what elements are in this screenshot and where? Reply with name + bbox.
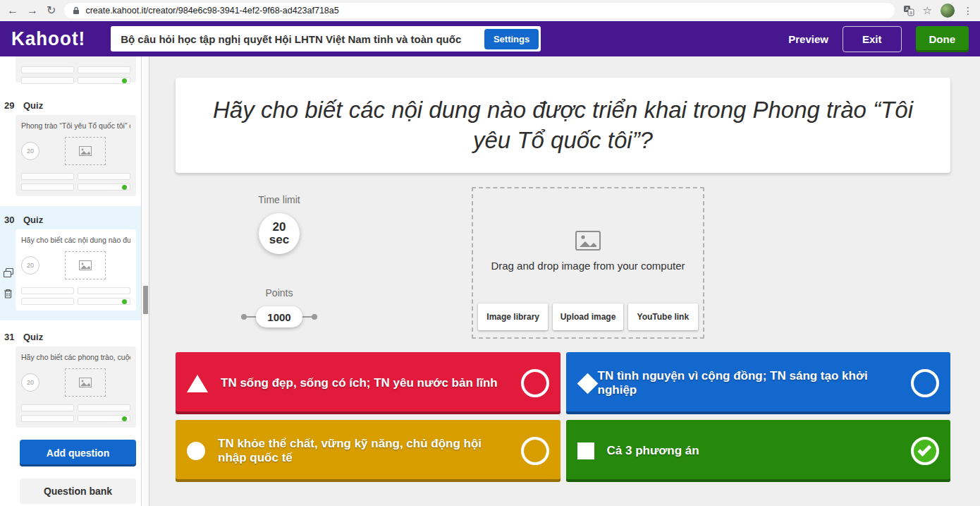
correct-answer-toggle[interactable] [521, 437, 549, 465]
done-button[interactable]: Done [916, 26, 969, 52]
answer-text[interactable]: TN tình nguyện vì cộng đồng; TN sáng tạo… [598, 369, 912, 398]
points-label: Points [230, 287, 329, 299]
question-item-label: 31 Quiz [4, 332, 141, 342]
answer-bar [78, 173, 130, 180]
question-bank-button[interactable]: Question bank [20, 478, 136, 504]
answer-bar [21, 415, 74, 422]
duplicate-icon[interactable] [4, 268, 13, 278]
answer-bar [78, 183, 130, 191]
image-placeholder [65, 137, 106, 165]
correct-dot [122, 299, 127, 304]
image-placeholder [65, 251, 106, 279]
image-placeholder [65, 368, 106, 397]
upload-image-button[interactable]: Upload image [553, 303, 623, 330]
correct-answer-toggle-selected[interactable] [911, 437, 939, 465]
sidebar-scrollbar[interactable] [141, 56, 149, 506]
editor-main: Hãy cho biết các nội dung nào được triển… [149, 56, 980, 506]
answers-grid: TN sống đẹp, sống có ích; TN yêu nước bả… [176, 352, 950, 482]
reload-icon[interactable]: ↻ [47, 5, 56, 16]
correct-dot [122, 185, 127, 190]
question-item-label: 29 Quiz [4, 100, 141, 111]
image-placeholder-icon [473, 231, 703, 251]
square-icon [577, 442, 594, 459]
points-slider[interactable]: 1000 [230, 306, 329, 327]
back-icon[interactable]: ← [7, 5, 18, 16]
question-number: 30 [4, 215, 17, 225]
slider-max-dot[interactable] [312, 314, 317, 320]
question-card-31[interactable]: Hãy cho biết các phong trào, cuộc ... 20 [16, 347, 136, 428]
answer-bar [78, 298, 130, 305]
answer-bar [21, 298, 74, 305]
answer-bar [78, 404, 130, 411]
triangle-icon [187, 375, 208, 392]
answer-bar [21, 173, 74, 180]
forward-icon[interactable]: → [27, 5, 38, 16]
question-card-30[interactable]: Hãy cho biết các nội dung nào đư... 20 [16, 229, 136, 311]
question-list-sidebar: 29 Quiz Phong trào “Tôi yêu Tổ quốc tôi”… [0, 56, 141, 506]
question-item-selected: 30 Quiz Hãy cho biết các nội dung nào đư… [0, 206, 141, 320]
url-bar[interactable]: create.kahoot.it/creator/984e6c98-3941-4… [64, 3, 894, 18]
answer-tile-blue[interactable]: TN tình nguyện vì cộng đồng; TN sáng tạo… [566, 352, 951, 414]
answer-bar [78, 415, 130, 422]
points-value[interactable]: 1000 [256, 306, 302, 327]
preview-button[interactable]: Preview [788, 33, 828, 45]
answer-tile-red[interactable]: TN sống đẹp, sống có ích; TN yêu nước bả… [176, 352, 561, 414]
answer-tile-yellow[interactable]: TN khỏe thể chất, vững kỹ năng, chủ động… [176, 420, 561, 482]
answer-bar [21, 66, 74, 73]
time-chip: 20 [21, 142, 39, 160]
image-library-button[interactable]: Image library [478, 303, 548, 330]
answer-text[interactable]: TN khỏe thể chất, vững kỹ năng, chủ động… [218, 437, 521, 466]
correct-answer-toggle[interactable] [911, 369, 939, 397]
add-question-button[interactable]: Add question [20, 440, 136, 466]
answer-bar [21, 287, 74, 294]
time-limit-badge[interactable]: 20 sec [259, 213, 300, 254]
exit-button[interactable]: Exit [843, 26, 902, 52]
time-limit-label: Time limit [230, 194, 329, 205]
slider-min-dot[interactable] [241, 314, 247, 320]
answer-bar [78, 77, 130, 84]
svg-text:a: a [909, 10, 912, 15]
youtube-link-button[interactable]: YouTube link [628, 303, 698, 330]
question-card-partial[interactable] [16, 56, 136, 83]
question-preview-text: Hãy cho biết các phong trào, cuộc ... [21, 353, 130, 361]
answer-text[interactable]: Cả 3 phương án [607, 444, 912, 458]
translate-icon[interactable]: Aa [903, 5, 914, 16]
question-card-29[interactable]: Phong trào “Tôi yêu Tổ quốc tôi” đ... 20 [16, 115, 136, 196]
question-number: 29 [4, 100, 17, 111]
kahoot-logo[interactable]: Kahoot! [11, 28, 85, 51]
browser-menu-icon[interactable]: ⋮ [963, 5, 973, 16]
answer-bar [78, 287, 130, 294]
check-icon [917, 442, 931, 457]
lock-icon [73, 6, 80, 15]
trash-icon[interactable] [4, 289, 13, 299]
question-type: Quiz [23, 332, 43, 342]
scrollbar-thumb[interactable] [143, 286, 148, 314]
dropzone-text: Drag and drop image from your computer [473, 260, 703, 272]
question-item-label: 30 Quiz [4, 215, 141, 225]
time-chip: 20 [21, 256, 39, 275]
time-limit-value: 20 [273, 221, 286, 234]
question-type: Quiz [23, 215, 43, 225]
correct-answer-toggle[interactable] [521, 369, 549, 397]
question-preview-text: Hãy cho biết các nội dung nào đư... [21, 236, 130, 244]
circle-icon [187, 442, 205, 460]
question-title-panel[interactable]: Hãy cho biết các nội dung nào được triển… [176, 78, 950, 173]
time-limit-unit: sec [269, 234, 289, 246]
diamond-icon [577, 373, 598, 394]
question-title[interactable]: Hãy cho biết các nội dung nào được triển… [197, 95, 929, 155]
kahoot-title: Bộ câu hỏi học tập nghị quyết Hội LHTN V… [121, 33, 484, 45]
question-number: 31 [4, 332, 17, 342]
image-icon [79, 146, 92, 156]
question-preview-text: Phong trào “Tôi yêu Tổ quốc tôi” đ... [21, 121, 130, 130]
question-type: Quiz [23, 100, 43, 111]
answer-tile-green[interactable]: Cả 3 phương án [566, 420, 951, 482]
answer-bar [21, 183, 74, 191]
time-chip: 20 [21, 373, 39, 392]
browser-toolbar: ← → ↻ create.kahoot.it/creator/984e6c98-… [0, 0, 980, 21]
avatar[interactable] [941, 4, 955, 18]
image-dropzone[interactable]: Drag and drop image from your computer I… [472, 187, 704, 339]
star-icon[interactable]: ☆ [923, 4, 932, 17]
kahoot-title-box[interactable]: Bộ câu hỏi học tập nghị quyết Hội LHTN V… [111, 26, 541, 52]
settings-button[interactable]: Settings [484, 29, 539, 49]
answer-text[interactable]: TN sống đẹp, sống có ích; TN yêu nước bả… [221, 376, 521, 390]
